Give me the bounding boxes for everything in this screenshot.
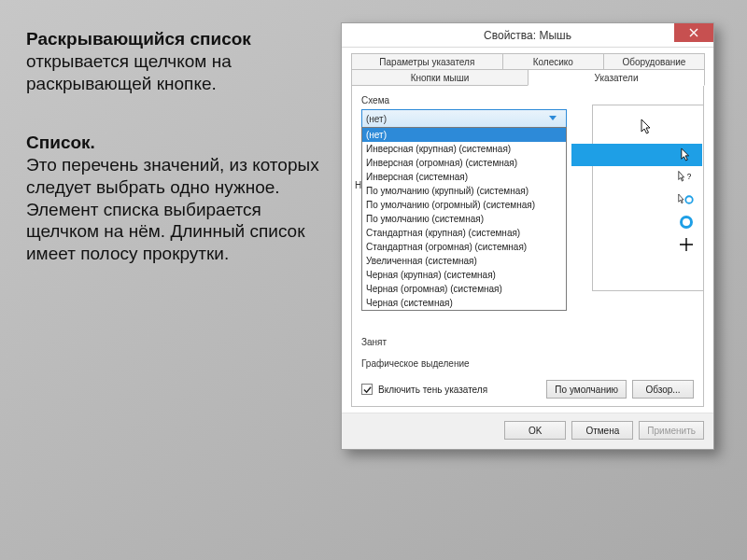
cursor-row-busy[interactable]	[571, 211, 702, 233]
mouse-properties-dialog: Свойства: Мышь Параметры указателя Колес…	[341, 22, 714, 450]
explanatory-text: Раскрывающийся список открывается щелчко…	[26, 28, 325, 302]
customize-label-fragment: Н	[355, 180, 361, 190]
tab-body: Схема (нет) (нет) Инверсная (крупная) (с…	[351, 85, 704, 407]
scheme-dropdown-list[interactable]: (нет) Инверсная (крупная) (системная) Ин…	[361, 127, 567, 311]
cursor-row-arrow[interactable]	[571, 144, 702, 166]
dropdown-option[interactable]: Черная (системная)	[362, 296, 566, 310]
close-button[interactable]	[674, 23, 713, 42]
scheme-combobox[interactable]: (нет)	[361, 109, 567, 128]
cursor-row-precision[interactable]	[571, 233, 702, 256]
tab-buttons[interactable]: Кнопки мыши	[351, 69, 529, 86]
dropdown-option[interactable]: Инверсная (крупная) (системная)	[362, 142, 566, 156]
tab-wheel[interactable]: Колесико	[502, 53, 604, 70]
tab-hardware[interactable]: Оборудование	[603, 53, 705, 70]
working-cursor-icon	[678, 191, 695, 208]
busy-label: Занят	[361, 337, 694, 347]
dropdown-option[interactable]: Инверсная (огромная) (системная)	[362, 156, 566, 170]
dropdown-option[interactable]: Стандартная (огромная) (системная)	[362, 240, 566, 254]
cursor-list: ?	[571, 144, 702, 256]
help-cursor-icon: ?	[678, 169, 695, 186]
defaults-button[interactable]: По умолчанию	[546, 380, 627, 399]
close-icon	[689, 28, 698, 37]
titlebar[interactable]: Свойства: Мышь	[342, 23, 713, 48]
tab-pointer-options[interactable]: Параметры указателя	[351, 53, 503, 70]
apply-button[interactable]: Применить	[639, 421, 704, 440]
dropdown-option[interactable]: Стандартная (крупная) (системная)	[362, 226, 566, 240]
cursor-row-working[interactable]	[571, 189, 702, 211]
cancel-button[interactable]: Отмена	[571, 421, 633, 440]
dialog-button-bar: OK Отмена Применить	[342, 413, 713, 449]
cursor-row-help[interactable]: ?	[571, 166, 702, 189]
chevron-down-icon	[549, 116, 562, 121]
dropdown-option[interactable]: Инверсная (системная)	[362, 170, 566, 184]
arrow-cursor-icon	[641, 119, 655, 133]
dropdown-option[interactable]: Черная (крупная) (системная)	[362, 268, 566, 282]
precision-cursor-icon	[678, 236, 695, 253]
shadow-checkbox-label[interactable]: Включить тень указателя	[378, 385, 487, 395]
caption-text-2: Это перечень значений, из которых следуе…	[26, 155, 319, 263]
dropdown-option[interactable]: Черная (огромная) (системная)	[362, 282, 566, 296]
svg-text:?: ?	[687, 173, 692, 181]
tabs: Параметры указателя Колесико Оборудовани…	[342, 48, 713, 86]
browse-button[interactable]: Обзор...	[632, 380, 694, 399]
dropdown-option[interactable]: По умолчанию (огромный) (системная)	[362, 198, 566, 212]
svg-point-1	[685, 196, 693, 203]
busy-cursor-icon	[678, 214, 695, 231]
dropdown-option[interactable]: По умолчанию (крупный) (системная)	[362, 184, 566, 198]
caption-heading-1: Раскрывающийся список	[26, 29, 251, 49]
dialog-title: Свойства: Мышь	[342, 29, 713, 42]
graphic-selection-label: Графическое выделение	[361, 358, 694, 369]
scheme-combobox-value: (нет)	[366, 114, 549, 124]
check-icon	[363, 385, 372, 394]
shadow-checkbox[interactable]	[361, 384, 373, 395]
arrow-cursor-icon	[678, 147, 695, 163]
ok-button[interactable]: OK	[504, 421, 566, 440]
svg-point-2	[682, 217, 692, 228]
dropdown-option[interactable]: Увеличенная (системная)	[362, 254, 566, 268]
tab-pointers[interactable]: Указатели	[528, 69, 705, 86]
caption-heading-2: Список.	[26, 133, 95, 152]
dropdown-option[interactable]: По умолчанию (системная)	[362, 212, 566, 226]
dropdown-option[interactable]: (нет)	[362, 128, 566, 142]
caption-text-1: открывается щелчком на раскрывающей кноп…	[26, 51, 232, 93]
